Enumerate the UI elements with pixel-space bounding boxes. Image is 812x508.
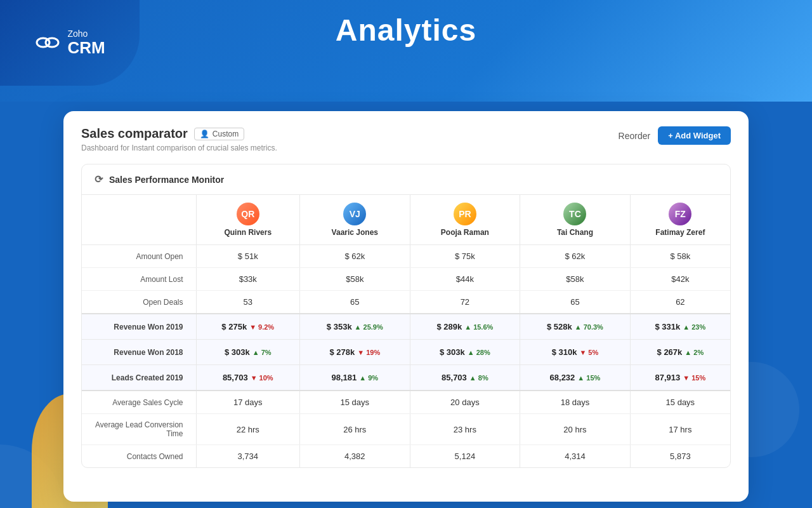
cell-value-bottom: 26 hrs — [300, 414, 410, 445]
cell-value-bottom: 17 hrs — [630, 414, 730, 445]
cell-value: $44k — [410, 268, 520, 291]
reorder-button[interactable]: Reorder — [619, 131, 651, 141]
user-icon: 👤 — [200, 130, 209, 138]
metric-value: $ 331k — [655, 322, 680, 331]
cell-value: $ 62k — [520, 245, 631, 268]
cell-metric: $ 278k19% — [300, 340, 410, 365]
metric-value: $ 278k — [329, 347, 355, 357]
logo-area: Zoho CRM — [0, 0, 140, 86]
metric-value: $ 267k — [657, 347, 683, 357]
cell-value-bottom: 15 days — [300, 391, 410, 414]
metric-value: 87,913 — [655, 373, 680, 382]
col-fatimay: FZ Fatimay Zeref — [630, 195, 730, 245]
empty-header — [82, 195, 196, 245]
table-body: Amount Open$ 51k$ 62k$ 75k$ 62k$ 58kAmou… — [82, 245, 730, 468]
trend-indicator: 9.2% — [249, 323, 274, 331]
logo-text: Zoho CRM — [67, 29, 105, 57]
cell-metric: $ 353k25.9% — [300, 314, 410, 340]
row-label: Open Deals — [82, 291, 196, 314]
cell-value: $58k — [300, 268, 410, 291]
cell-value: $ 58k — [630, 245, 730, 268]
cell-value-bottom: 5,124 — [410, 445, 520, 468]
row-label: Amount Lost — [82, 268, 196, 291]
spm-header: ⟳ Sales Performance Monitor — [82, 164, 730, 195]
name-fatimay: Fatimay Zeref — [655, 228, 705, 237]
cell-metric: 98,1819% — [300, 365, 410, 391]
card-title: Sales comparator 👤 Custom — [81, 126, 277, 141]
cell-metric: $ 528k70.3% — [520, 314, 631, 340]
cell-value-bottom: 15 days — [630, 391, 730, 414]
table-container: ⟳ Sales Performance Monitor QR Quinn Riv… — [81, 164, 731, 468]
cell-value: $ 62k — [300, 245, 410, 268]
trend-indicator: 25.9% — [355, 323, 383, 331]
table-row: Open Deals5365726562 — [82, 291, 730, 314]
trend-indicator: 28% — [468, 349, 490, 356]
trend-indicator: 9% — [359, 374, 378, 382]
cell-value: 72 — [410, 291, 520, 314]
trend-indicator: 8% — [469, 374, 488, 382]
refresh-icon[interactable]: ⟳ — [95, 173, 103, 185]
section-title: Sales Performance Monitor — [109, 175, 224, 185]
cell-value-bottom: 20 hrs — [520, 414, 631, 445]
custom-badge: 👤 Custom — [194, 128, 244, 140]
avatar-vaaric: VJ — [343, 203, 366, 225]
metric-value: $ 528k — [547, 322, 572, 331]
cell-value: $42k — [630, 268, 730, 291]
row-label-bottom: Contacts Owned — [82, 445, 196, 468]
trend-indicator: 2% — [684, 349, 704, 356]
cell-value-bottom: 17 days — [196, 391, 300, 414]
table-row-highlight: Revenue Won 2018$ 303k7%$ 278k19%$ 303k2… — [82, 340, 730, 365]
card-actions: Reorder + Add Widget — [619, 126, 731, 145]
logo-zoho: Zoho — [67, 29, 105, 39]
cell-value-bottom: 4,314 — [520, 445, 631, 468]
row-label-bottom: Average Sales Cycle — [82, 391, 196, 414]
cell-value-bottom: 5,873 — [630, 445, 730, 468]
row-label: Amount Open — [82, 245, 196, 268]
add-widget-button[interactable]: + Add Widget — [658, 126, 731, 145]
trend-indicator: 15.6% — [464, 323, 493, 331]
card-title-text: Sales comparator — [81, 126, 188, 141]
name-quinn: Quinn Rivers — [224, 228, 272, 237]
avatar-pooja: PR — [454, 203, 476, 225]
cell-metric: $ 310k5% — [520, 340, 631, 365]
svg-point-1 — [46, 38, 58, 47]
table-row-bottom: Average Lead Conversion Time22 hrs26 hrs… — [82, 414, 730, 445]
cell-value: 65 — [520, 291, 631, 314]
metric-value: $ 353k — [327, 322, 352, 331]
cell-metric: $ 303k28% — [410, 340, 520, 365]
metric-value: 98,181 — [332, 373, 357, 382]
trend-indicator: 19% — [357, 349, 380, 356]
col-tai: TC Tai Chang — [520, 195, 631, 245]
trend-indicator: 15% — [577, 374, 600, 382]
cell-value: $58k — [520, 268, 631, 291]
name-tai: Tai Chang — [557, 228, 593, 237]
cell-metric: $ 267k2% — [630, 340, 730, 365]
custom-badge-label: Custom — [213, 130, 239, 138]
cell-metric: $ 331k23% — [630, 314, 730, 340]
cell-value-bottom: 20 days — [410, 391, 520, 414]
cell-metric: $ 303k7% — [196, 340, 300, 365]
cell-value: 53 — [196, 291, 300, 314]
row-label-highlight: Revenue Won 2018 — [82, 340, 196, 365]
cell-metric: 68,23215% — [520, 365, 631, 391]
row-label-highlight: Leads Created 2019 — [82, 365, 196, 391]
avatar-fatimay: FZ — [669, 203, 691, 225]
name-pooja: Pooja Raman — [441, 228, 489, 237]
trend-indicator: 5% — [579, 349, 598, 356]
col-pooja: PR Pooja Raman — [410, 195, 520, 245]
name-vaaric: Vaaric Jones — [332, 228, 378, 237]
cell-value-bottom: 23 hrs — [410, 414, 520, 445]
trend-indicator: 10% — [251, 374, 273, 382]
cell-value: 65 — [300, 291, 410, 314]
card-header: Sales comparator 👤 Custom Dashboard for … — [81, 126, 731, 152]
trend-indicator: 23% — [683, 323, 705, 331]
table-row: Amount Lost$33k$58k$44k$58k$42k — [82, 268, 730, 291]
table-row: Amount Open$ 51k$ 62k$ 75k$ 62k$ 58k — [82, 245, 730, 268]
trend-indicator: 7% — [252, 349, 272, 356]
avatar-tai: TC — [563, 203, 586, 225]
metric-value: $ 303k — [440, 347, 465, 357]
logo-crm: CRM — [67, 38, 105, 57]
avatar-header-row: QR Quinn Rivers VJ Vaaric Jones PR — [82, 195, 730, 245]
row-label-highlight: Revenue Won 2019 — [82, 314, 196, 340]
table-row-bottom: Average Sales Cycle17 days15 days20 days… — [82, 391, 730, 414]
